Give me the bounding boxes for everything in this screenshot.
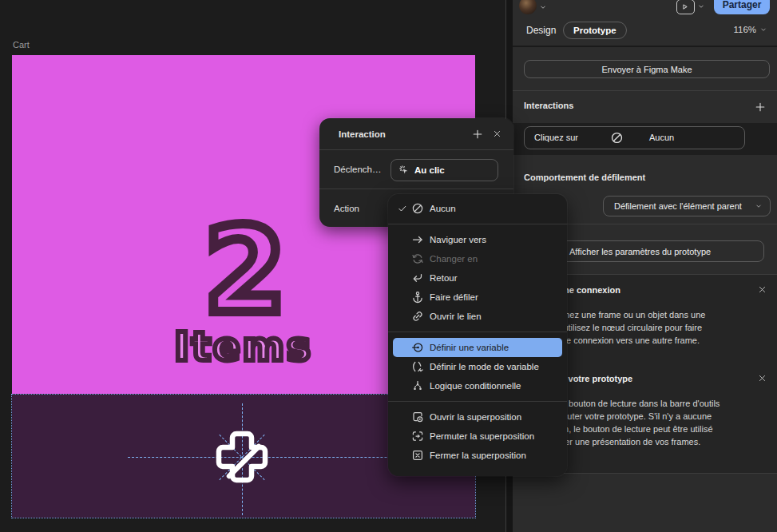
trigger-label: Déclench… bbox=[334, 165, 381, 174]
menu-item-permuter-la-superposition[interactable]: Permuter la superposition bbox=[393, 427, 562, 446]
menu-group: Définir une variableDéfinir le mode de v… bbox=[388, 332, 567, 395]
menu-group: Ouvrir la superpositionPermuter la super… bbox=[388, 401, 567, 465]
zoom-control[interactable]: 116% bbox=[733, 25, 767, 34]
action-label: Action bbox=[334, 204, 359, 213]
menu-item-fermer-la-superposition[interactable]: Fermer la superposition bbox=[393, 446, 562, 465]
menu-item-logique-conditionnelle[interactable]: Logique conditionnelle bbox=[393, 376, 562, 395]
chevron-down-icon bbox=[755, 202, 763, 210]
check-icon bbox=[398, 204, 411, 213]
zoom-level: 116% bbox=[733, 25, 756, 34]
divider bbox=[513, 90, 777, 91]
link-icon bbox=[411, 310, 430, 323]
overlay-close-icon bbox=[411, 449, 430, 462]
interaction-action[interactable]: Aucun bbox=[649, 133, 674, 142]
menu-item-label: Aucun bbox=[430, 204, 456, 213]
divider bbox=[319, 189, 513, 189]
interaction-row[interactable]: Cliquez sur Aucun bbox=[524, 126, 745, 149]
menu-item-ouvrir-la-superposition[interactable]: Ouvrir la superposition bbox=[393, 407, 562, 427]
add-icon[interactable] bbox=[472, 129, 483, 140]
variable-mode-icon bbox=[411, 360, 430, 373]
menu-item-label: Permuter la superposition bbox=[430, 431, 534, 441]
prohibit-icon bbox=[610, 131, 624, 145]
frame-title[interactable]: Cart bbox=[13, 40, 30, 50]
menu-item-label: Changer en bbox=[430, 254, 478, 264]
arrow-right-icon bbox=[411, 233, 430, 246]
menu-item-label: Faire défiler bbox=[430, 292, 478, 302]
action-menu: AucunNaviguer versChanger enRetourFaire … bbox=[388, 194, 567, 476]
anchor-icon bbox=[411, 291, 430, 304]
menu-item-faire-d-filer[interactable]: Faire défiler bbox=[393, 288, 562, 307]
divider bbox=[319, 149, 513, 150]
figma-prototype-view: Cart 2 Items Partager Design Prot bbox=[0, 0, 777, 532]
overlay-swap-icon bbox=[411, 430, 430, 443]
scroll-behavior-select[interactable]: Défilement avec l'élément parent bbox=[603, 196, 771, 216]
add-interaction-icon[interactable] bbox=[755, 101, 766, 113]
menu-item-d-finir-une-variable[interactable]: Définir une variable bbox=[393, 338, 562, 357]
return-icon bbox=[411, 272, 430, 284]
menu-item-label: Fermer la superposition bbox=[430, 451, 526, 460]
trigger-select[interactable]: Au clic bbox=[390, 159, 498, 181]
plus-slash-graphic[interactable] bbox=[213, 428, 271, 486]
close-icon[interactable] bbox=[493, 129, 501, 138]
chevron-down-icon[interactable] bbox=[697, 2, 705, 10]
interactions-header: Interactions bbox=[524, 101, 573, 110]
menu-item-label: Naviguer vers bbox=[430, 235, 486, 244]
menu-item-label: Définir le mode de variable bbox=[430, 362, 539, 371]
menu-item-label: Logique conditionnelle bbox=[430, 381, 521, 391]
chevron-down-icon[interactable] bbox=[539, 3, 547, 11]
chevron-down-icon bbox=[759, 26, 767, 34]
conditional-icon bbox=[411, 379, 430, 392]
menu-item-aucun[interactable]: Aucun bbox=[393, 199, 562, 218]
menu-item-label: Ouvrir le lien bbox=[430, 312, 482, 321]
scroll-behavior-header: Comportement de défilement bbox=[524, 173, 645, 182]
menu-item-label: Ouvrir la superposition bbox=[430, 412, 521, 422]
menu-item-d-finir-le-mode-de-variable[interactable]: Définir le mode de variable bbox=[393, 357, 562, 376]
menu-item-label: Retour bbox=[430, 273, 458, 283]
menu-item-ouvrir-le-lien[interactable]: Ouvrir le lien bbox=[393, 307, 562, 326]
interaction-trigger[interactable]: Cliquez sur bbox=[534, 133, 578, 142]
divider bbox=[513, 46, 777, 47]
menu-group: Aucun bbox=[388, 199, 567, 218]
popup-title: Interaction bbox=[339, 129, 386, 139]
overlay-open-icon bbox=[411, 411, 430, 423]
share-button[interactable]: Partager bbox=[714, 0, 770, 14]
figma-make-button[interactable]: Envoyer à Figma Make bbox=[524, 60, 770, 78]
avatar[interactable] bbox=[519, 0, 537, 14]
set-variable-icon bbox=[411, 341, 430, 354]
chevron-down-icon bbox=[398, 166, 406, 174]
menu-item-retour[interactable]: Retour bbox=[393, 268, 562, 288]
menu-group: Naviguer versChanger enRetourFaire défil… bbox=[388, 224, 567, 326]
menu-item-naviguer-vers[interactable]: Naviguer vers bbox=[393, 230, 562, 249]
menu-item-label: Définir une variable bbox=[430, 343, 509, 352]
close-icon[interactable] bbox=[758, 285, 767, 294]
play-icon bbox=[677, 1, 688, 11]
close-icon[interactable] bbox=[758, 374, 767, 383]
tab-design[interactable]: Design bbox=[526, 25, 556, 36]
tab-prototype[interactable]: Prototype bbox=[563, 22, 627, 39]
present-button[interactable] bbox=[676, 0, 695, 14]
swap-icon bbox=[411, 252, 430, 265]
prohibit-icon bbox=[411, 202, 430, 215]
menu-item-changer-en[interactable]: Changer en bbox=[393, 249, 562, 268]
